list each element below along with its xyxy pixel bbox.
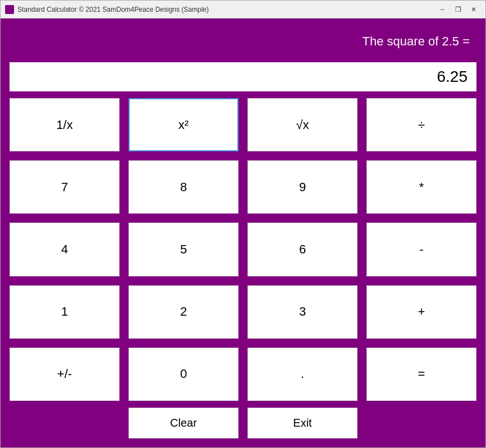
exit-button[interactable]: Exit [247,408,357,438]
btn-divide[interactable]: ÷ [366,98,476,151]
btn-multiply[interactable]: * [366,160,476,214]
btn-5[interactable]: 5 [129,223,239,276]
empty-slot-1 [10,408,120,438]
clear-button[interactable]: Clear [129,408,239,438]
btn-0[interactable]: 0 [129,348,239,401]
btn-3[interactable]: 3 [247,285,357,339]
btn-negate[interactable]: +/- [10,348,120,401]
app-icon [5,5,14,14]
btn-subtract[interactable]: - [366,223,476,276]
empty-slot-2 [366,408,476,438]
btn-2[interactable]: 2 [129,285,239,339]
result-value: 6.25 [437,68,468,86]
title-bar-text: Standard Calculator © 2021 SamDom4Peace … [17,6,435,13]
banner-text: The square of 2.5 = [363,34,470,49]
btn-9[interactable]: 9 [247,160,357,214]
btn-decimal[interactable]: . [247,348,357,401]
btn-1[interactable]: 1 [10,285,120,339]
btn-square[interactable]: x² [129,98,239,151]
close-button[interactable]: ✕ [466,4,481,15]
app-window: Standard Calculator © 2021 SamDom4Peace … [0,0,486,448]
btn-reciprocal[interactable]: 1/x [10,98,120,151]
btn-sqrt[interactable]: √x [247,98,357,151]
btn-7[interactable]: 7 [10,160,120,214]
calc-body: The square of 2.5 = 6.25 1/x x² √x ÷ 7 [1,19,485,447]
title-bar: Standard Calculator © 2021 SamDom4Peace … [1,1,485,19]
button-grid: 1/x x² √x ÷ 7 8 9 * [10,98,476,401]
btn-4[interactable]: 4 [10,223,120,276]
minimize-button[interactable]: − [435,4,450,15]
title-bar-controls: − ❐ ✕ [435,4,481,15]
btn-equals[interactable]: = [366,348,476,401]
btn-8[interactable]: 8 [129,160,239,214]
display-banner: The square of 2.5 = [10,27,476,56]
bottom-row: Clear Exit [10,408,476,438]
restore-button[interactable]: ❐ [451,4,465,15]
btn-add[interactable]: + [366,285,476,339]
result-display: 6.25 [10,62,476,91]
btn-6[interactable]: 6 [247,223,357,276]
